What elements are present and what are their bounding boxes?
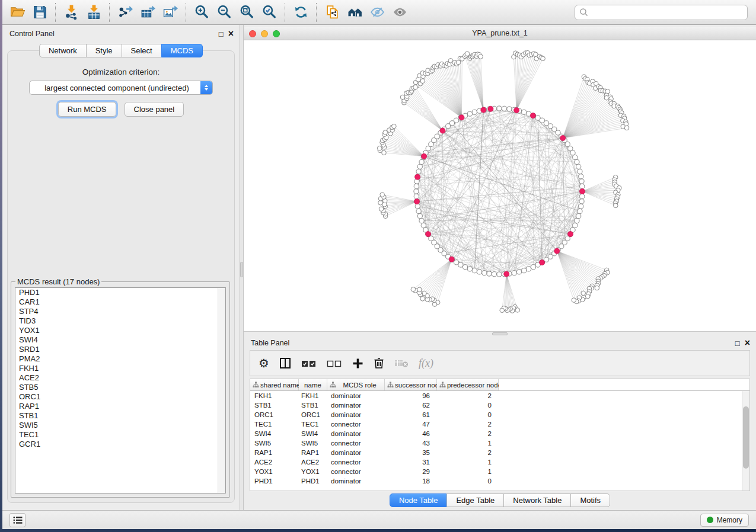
tab-style[interactable]: Style bbox=[86, 44, 122, 57]
table-cell[interactable]: YOX1 bbox=[299, 468, 327, 475]
list-item[interactable]: SWI5 bbox=[15, 421, 225, 430]
table-row[interactable]: ORC1ORC1dominator610 bbox=[250, 410, 749, 419]
table-cell[interactable]: FKH1 bbox=[250, 392, 299, 399]
export-network-icon[interactable] bbox=[114, 2, 136, 23]
table-cell[interactable]: 0 bbox=[437, 477, 499, 485]
network-view[interactable] bbox=[244, 40, 756, 332]
zoom-selected-icon[interactable] bbox=[258, 2, 280, 23]
show-column-icon[interactable] bbox=[279, 357, 291, 369]
export-table-icon[interactable] bbox=[136, 2, 159, 23]
table-cell[interactable]: dominator bbox=[327, 392, 385, 399]
network-graph[interactable] bbox=[244, 40, 756, 332]
tab-edge-table[interactable]: Edge Table bbox=[446, 493, 504, 507]
splitter-handle[interactable] bbox=[240, 262, 243, 277]
table-cell[interactable]: dominator bbox=[327, 449, 385, 456]
table-cell[interactable]: 46 bbox=[385, 430, 437, 437]
table-cell[interactable]: dominator bbox=[327, 402, 385, 409]
column-header-successor-nodes[interactable]: successor nodes∨ bbox=[385, 379, 437, 390]
table-cell[interactable]: connector bbox=[327, 440, 385, 447]
table-cell[interactable]: 1 bbox=[437, 459, 499, 466]
unselect-all-icon[interactable] bbox=[327, 359, 342, 368]
table-cell[interactable]: 31 bbox=[385, 459, 437, 466]
table-cell[interactable]: 96 bbox=[385, 392, 437, 399]
table-cell[interactable]: FKH1 bbox=[299, 392, 327, 399]
list-item[interactable]: PMA2 bbox=[15, 354, 225, 364]
table-cell[interactable]: PHD1 bbox=[250, 477, 299, 485]
tab-select[interactable]: Select bbox=[122, 44, 162, 57]
column-header-predecessor-nodes[interactable]: predecessor nodes bbox=[437, 379, 499, 390]
export-image-icon[interactable] bbox=[159, 2, 181, 23]
table-scrollbar[interactable] bbox=[742, 391, 749, 491]
table-cell[interactable]: 29 bbox=[385, 468, 437, 475]
list-item[interactable]: STB5 bbox=[15, 383, 225, 392]
list-item[interactable]: TEC1 bbox=[15, 430, 225, 440]
tab-network[interactable]: Network bbox=[39, 44, 87, 57]
table-cell[interactable]: connector bbox=[327, 459, 385, 466]
table-row[interactable]: SWI4SWI4dominator462 bbox=[250, 429, 749, 438]
function-builder-icon[interactable]: f(x) bbox=[419, 357, 433, 370]
table-cell[interactable]: ORC1 bbox=[299, 411, 327, 418]
table-cell[interactable]: 18 bbox=[385, 477, 437, 485]
table-cell[interactable]: TEC1 bbox=[299, 421, 327, 428]
float-panel-icon[interactable] bbox=[735, 338, 740, 348]
splitter-handle[interactable] bbox=[492, 332, 508, 335]
run-mcds-button[interactable]: Run MCDS bbox=[58, 102, 116, 117]
table-cell[interactable]: TEC1 bbox=[250, 421, 299, 428]
close-panel-icon[interactable] bbox=[228, 28, 234, 39]
table-row[interactable]: ACE2ACE2connector311 bbox=[250, 457, 749, 467]
table-cell[interactable]: ACE2 bbox=[299, 459, 327, 466]
list-item[interactable]: PHD1 bbox=[15, 288, 225, 297]
column-header-MCDS-role[interactable]: MCDS role bbox=[327, 379, 385, 390]
horizontal-splitter[interactable] bbox=[244, 332, 756, 336]
hide-selected-icon[interactable] bbox=[366, 2, 388, 23]
table-cell[interactable]: 2 bbox=[437, 392, 499, 399]
table-cell[interactable]: ORC1 bbox=[250, 411, 299, 418]
table-cell[interactable]: RAP1 bbox=[250, 449, 299, 456]
list-item[interactable]: YOX1 bbox=[15, 326, 225, 335]
list-item[interactable]: STP4 bbox=[15, 307, 225, 316]
table-cell[interactable]: RAP1 bbox=[299, 449, 327, 456]
first-neighbors-icon[interactable] bbox=[343, 2, 366, 23]
table-cell[interactable]: dominator bbox=[327, 477, 385, 485]
table-row[interactable]: STB1STB1dominator620 bbox=[250, 400, 749, 410]
zoom-in-icon[interactable] bbox=[190, 2, 213, 23]
close-panel-button[interactable]: Close panel bbox=[125, 102, 184, 117]
save-session-icon[interactable] bbox=[28, 2, 51, 23]
float-panel-icon[interactable] bbox=[219, 28, 224, 39]
list-item[interactable]: CAR1 bbox=[15, 297, 225, 307]
table-row[interactable]: FKH1FKH1dominator962 bbox=[250, 391, 749, 400]
import-network-icon[interactable] bbox=[60, 2, 82, 23]
criterion-select[interactable]: largest connected component (undirected) bbox=[29, 81, 213, 95]
table-cell[interactable]: 0 bbox=[437, 402, 499, 409]
task-history-button[interactable] bbox=[9, 513, 25, 527]
mcds-list-scrollbar[interactable] bbox=[218, 288, 225, 493]
table-cell[interactable]: 35 bbox=[385, 449, 437, 456]
import-table-icon[interactable] bbox=[82, 2, 105, 23]
table-cell[interactable]: SWI4 bbox=[299, 430, 327, 437]
table-cell[interactable]: 1 bbox=[437, 440, 499, 447]
column-header-shared-name[interactable]: shared name bbox=[250, 379, 299, 390]
table-cell[interactable]: dominator bbox=[327, 430, 385, 437]
table-cell[interactable]: 0 bbox=[437, 411, 499, 418]
list-item[interactable]: GCR1 bbox=[15, 440, 225, 449]
table-row[interactable]: RAP1RAP1dominator352 bbox=[250, 448, 749, 457]
zoom-fit-icon[interactable] bbox=[235, 2, 258, 23]
open-file-icon[interactable] bbox=[6, 2, 28, 23]
table-cell[interactable]: 43 bbox=[385, 440, 437, 447]
list-item[interactable]: RAP1 bbox=[15, 402, 225, 411]
table-row[interactable]: TEC1TEC1connector472 bbox=[250, 419, 749, 429]
table-cell[interactable]: 62 bbox=[385, 402, 437, 409]
delete-row-icon[interactable] bbox=[374, 357, 384, 369]
table-cell[interactable]: STB1 bbox=[299, 402, 327, 409]
list-item[interactable]: STB1 bbox=[15, 411, 225, 421]
table-cell[interactable]: connector bbox=[327, 421, 385, 428]
search-input[interactable] bbox=[588, 8, 743, 17]
list-item[interactable]: FKH1 bbox=[15, 364, 225, 373]
table-cell[interactable]: YOX1 bbox=[250, 468, 299, 475]
select-all-icon[interactable] bbox=[301, 359, 317, 368]
zoom-out-icon[interactable] bbox=[213, 2, 235, 23]
table-cell[interactable]: 2 bbox=[437, 449, 499, 456]
table-cell[interactable]: STB1 bbox=[250, 402, 299, 409]
tab-motifs[interactable]: Motifs bbox=[570, 493, 610, 507]
table-cell[interactable]: PHD1 bbox=[299, 477, 327, 485]
